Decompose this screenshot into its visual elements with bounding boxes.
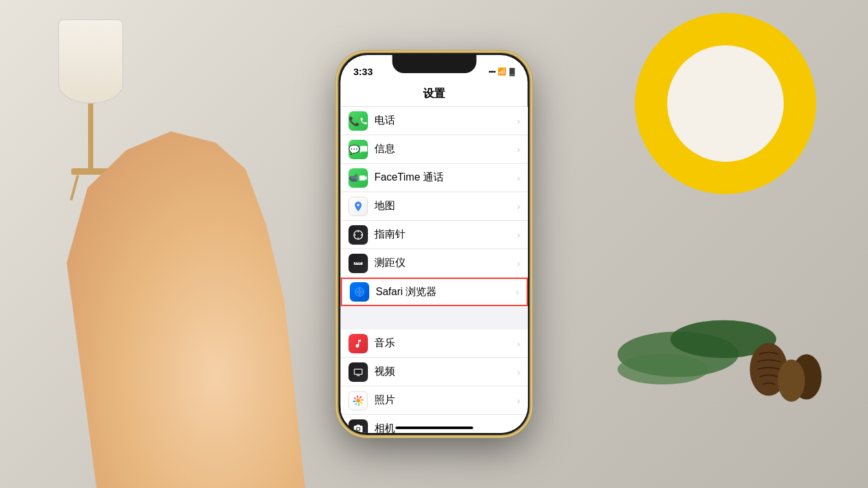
phone-app-icon — [348, 111, 368, 131]
safari-item-label: Safari 浏览器 — [376, 285, 516, 299]
signal-icon: ▪▪▪▪ — [488, 68, 495, 75]
pine-decoration — [602, 242, 829, 436]
settings-group-2: 音乐 › 视频 › — [341, 329, 528, 433]
settings-item-safari[interactable]: Safari 浏览器 › — [341, 278, 528, 306]
measure-item-chevron: › — [517, 258, 520, 269]
measure-app-icon — [348, 254, 368, 273]
photos-app-icon — [348, 391, 368, 410]
lamp-pole — [88, 104, 93, 168]
settings-list[interactable]: 电话 › 信息 › — [341, 107, 528, 433]
camera-app-icon — [348, 419, 368, 434]
phone-notch — [392, 55, 476, 73]
music-app-icon — [348, 334, 368, 353]
battery-icon: ▓ — [509, 67, 514, 75]
phone-item-chevron: › — [517, 116, 520, 126]
pine-branch-svg — [602, 242, 829, 436]
facetime-item-label: FaceTime 通话 — [374, 171, 517, 184]
lamp-shade — [58, 19, 123, 104]
settings-item-tv[interactable]: 视频 › — [341, 358, 528, 386]
safari-item-chevron: › — [516, 287, 519, 297]
phone-body: 设置 电话 › — [341, 83, 528, 433]
measure-item-label: 测距仪 — [374, 256, 517, 270]
facetime-item-chevron: › — [517, 173, 520, 183]
settings-item-camera[interactable]: 相机 › — [341, 415, 528, 433]
music-item-label: 音乐 — [374, 337, 517, 350]
messages-item-label: 信息 — [374, 142, 517, 156]
settings-title-text: 设置 — [423, 87, 445, 100]
yellow-ring-decoration — [635, 13, 816, 194]
wifi-icon: 📶 — [497, 67, 507, 76]
phone-item-label: 电话 — [374, 114, 517, 128]
safari-app-icon — [350, 282, 369, 302]
yellow-ring-inner — [667, 45, 784, 162]
settings-item-photos[interactable]: 照片 › — [341, 386, 528, 415]
svg-point-20 — [356, 399, 360, 403]
settings-item-messages[interactable]: 信息 › — [341, 135, 528, 164]
svg-rect-18 — [354, 370, 361, 374]
svg-rect-8 — [355, 262, 356, 264]
svg-rect-7 — [354, 262, 362, 265]
photos-item-chevron: › — [517, 395, 520, 406]
messages-app-icon — [348, 140, 368, 159]
tv-item-label: 视频 — [374, 365, 517, 379]
tv-item-chevron: › — [517, 367, 520, 377]
svg-point-5 — [778, 360, 805, 402]
svg-rect-11 — [360, 262, 361, 263]
facetime-app-icon — [348, 168, 368, 188]
home-indicator — [395, 427, 473, 429]
settings-item-measure[interactable]: 测距仪 › — [341, 249, 528, 278]
photos-item-label: 照片 — [374, 394, 517, 407]
svg-point-2 — [617, 354, 708, 384]
settings-item-compass[interactable]: 指南针 › — [341, 221, 528, 249]
settings-item-phone[interactable]: 电话 › — [341, 107, 528, 135]
svg-rect-9 — [357, 262, 358, 263]
maps-item-label: 地图 — [374, 199, 517, 213]
settings-item-facetime[interactable]: FaceTime 通话 › — [341, 164, 528, 192]
iphone-device: 3:33 ▪▪▪▪ 📶 ▓ 设置 — [339, 53, 530, 435]
lamp-leg-left — [70, 175, 79, 201]
svg-rect-19 — [356, 375, 360, 375]
tv-app-icon — [348, 362, 368, 382]
settings-item-maps[interactable]: 地图 › — [341, 192, 528, 221]
svg-rect-10 — [358, 262, 359, 264]
compass-item-label: 指南针 — [374, 228, 517, 241]
messages-item-chevron: › — [517, 144, 520, 155]
phone-wrapper: 3:33 ▪▪▪▪ 📶 ▓ 设置 — [339, 53, 530, 435]
settings-item-music[interactable]: 音乐 › — [341, 329, 528, 358]
maps-item-chevron: › — [517, 201, 520, 212]
maps-app-icon — [348, 197, 368, 216]
status-time: 3:33 — [354, 66, 373, 77]
phone-screen: 3:33 ▪▪▪▪ 📶 ▓ 设置 — [341, 55, 528, 433]
camera-item-chevron: › — [517, 424, 520, 434]
status-icons: ▪▪▪▪ 📶 ▓ — [488, 67, 514, 76]
group-separator-1 — [341, 306, 528, 329]
settings-group-1: 电话 › 信息 › — [341, 107, 528, 306]
music-item-chevron: › — [517, 338, 520, 349]
compass-app-icon — [348, 225, 368, 245]
settings-title: 设置 — [341, 83, 528, 107]
compass-item-chevron: › — [517, 230, 520, 240]
